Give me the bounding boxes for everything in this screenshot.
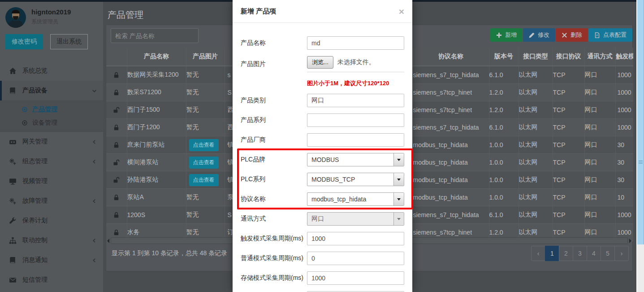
change-password-button[interactable]: 修改密码 [5,34,43,49]
version-cell: 6.1.0 [489,66,519,84]
pagination-page-3[interactable]: 3 [573,246,587,261]
trigger-cycle-cell: 30 [615,171,633,189]
lock-closed-icon [106,119,127,136]
dropdown-arrow-icon[interactable] [393,173,404,186]
vertical-scroll-thumb[interactable] [637,0,644,244]
image-size-hint: 图片小于1M，建议尺寸120*120 [307,79,404,87]
lock-open-icon [106,154,127,171]
sidebar-item-视频管理[interactable]: 视频管理 [0,171,103,191]
触发模式采集周期(ms)-field[interactable] [307,232,404,245]
view-image-button[interactable]: 点击查看 [189,174,219,186]
field-label: 产品系列 [241,116,307,124]
view-image-button[interactable]: 点击查看 [189,157,219,169]
sidebar-item-联动控制[interactable]: 联动控制 [0,231,103,250]
user-name: hignton2019 [31,8,71,16]
form-row: PLC系列MODBUS_TCP [241,173,404,186]
avatar[interactable] [5,7,26,28]
sidebar-item-短信管理[interactable]: 短信管理 [0,270,103,290]
chevron-left-icon [92,139,97,144]
pagination-page-4[interactable]: 4 [587,246,601,261]
新增-button[interactable]: 新增 [490,28,523,42]
form-row: 产品图片浏览...未选择文件。 [241,56,404,72]
version-cell: 1.0.0 [489,136,519,154]
pagination-page-1[interactable]: 1 [545,246,559,261]
产品名称-field[interactable] [307,36,404,50]
vertical-scrollbar[interactable] [636,0,644,292]
PLC系列-select[interactable]: MODBUS_TCP [307,173,404,186]
pagination-next[interactable]: › [614,246,629,261]
sidebar-submenu: 产品管理设备管理 [0,100,103,132]
column-header: 接口协议 [553,48,584,66]
scroll-grip-icon [639,161,643,165]
sidebar-item-产品管理[interactable]: 产品管理 [0,103,103,116]
interface-type-cell: 以太网 [519,136,553,154]
view-image-button[interactable]: 点击查看 [189,139,219,151]
search-input[interactable] [111,28,199,43]
button-label: 新增 [505,31,517,39]
lock-closed-icon [106,136,127,154]
version-cell: 1.0.0 [489,171,519,189]
pagination-page-2[interactable]: 2 [559,246,573,261]
chevron-left-icon [92,159,97,164]
select-value: modbus_tcp_hidata [307,196,393,203]
pagination-page-5[interactable]: 5 [601,246,615,261]
sidebar-item-label: 设备管理 [32,119,57,127]
product-name-cell: 1200S [127,206,186,224]
column-header [106,48,127,66]
sidebar-nav: 系统总览产品设备产品管理设备管理网关管理组态管理视频管理故障管理保养计划联动控制… [0,61,103,290]
dropdown-arrow-icon[interactable] [393,153,404,166]
产品类别-field[interactable] [307,94,404,107]
interface-protocol-cell: TCP [553,119,584,136]
sidebar-item-组态管理[interactable]: 组态管理 [0,152,103,171]
sidebar-item-设备管理[interactable]: 设备管理 [0,116,103,130]
点表配置-button[interactable]: P点表配置 [588,28,632,42]
book-icon [9,87,17,95]
logout-button[interactable]: 退出系统 [50,34,88,49]
comm-mode-cell: 网口 [584,119,615,136]
protocol-cell: siemens_s7_tcp_hidata [413,66,489,84]
删除-button[interactable]: 删除 [556,28,588,42]
协议名称-select[interactable]: modbus_tcp_hidata [307,192,404,206]
sidebar-item-消息通知[interactable]: 消息通知 [0,250,103,270]
sidebar-item-系统总览[interactable]: 系统总览 [0,61,103,81]
protocol-cell: modbus_tcp_hidata [413,154,489,171]
interface-protocol-cell: TCP [553,136,584,154]
column-header: 触发模 [615,48,633,66]
column-header: 产品名称 [127,48,186,66]
form-row: 产品名称 [241,36,404,50]
product-image-cell: 点击查看 [186,154,225,171]
trigger-cycle-cell: 30 [615,136,633,154]
column-header: 版本号 [489,48,519,66]
PLC品牌-select[interactable]: MODBUS [307,153,404,166]
pagination-prev[interactable]: ‹ [531,246,545,261]
protocol-cell: modbus_tcp_hidata [413,171,489,189]
gateway-icon [9,138,17,146]
普通模式采集周期(ms)-field[interactable] [307,252,404,265]
close-icon[interactable]: × [399,7,404,16]
修改-button[interactable]: 修改 [523,28,555,42]
field-label: 产品厂商 [241,136,307,144]
产品系列-field[interactable] [307,113,404,127]
产品厂商-field[interactable] [307,133,404,147]
product-name-cell: 横间港泵站 [127,154,186,171]
trigger-cycle-cell: 1000 [615,206,633,224]
sidebar-item-故障管理[interactable]: 故障管理 [0,191,103,211]
protocol-cell: siemens_s7tcp_hinet [413,84,489,101]
wrench-icon [9,217,17,225]
trigger-cycle-cell: 1000 [615,66,633,84]
browse-button[interactable]: 浏览... [307,56,333,69]
pagination: ‹12345› [531,246,629,261]
sidebar-item-产品设备[interactable]: 产品设备 [0,81,103,100]
dropdown-arrow-icon[interactable] [393,193,404,205]
protocol-cell: siemens_s7_tcp_hidata [413,206,489,224]
form-row: 产品类别 [241,94,404,107]
sidebar-item-网关管理[interactable]: 网关管理 [0,132,103,152]
sidebar-item-保养计划[interactable]: 保养计划 [0,211,103,231]
scroll-right-arrow-icon[interactable] [629,239,631,243]
scroll-left-arrow-icon[interactable] [107,239,109,243]
version-cell: 1.2.0 [489,101,519,119]
gears-icon [9,197,17,205]
存储模式采集周期(ms)-field[interactable] [307,271,404,285]
lock-closed-icon [106,66,127,84]
protocol-cell: siemens_s7tcp_hinet [413,101,489,119]
